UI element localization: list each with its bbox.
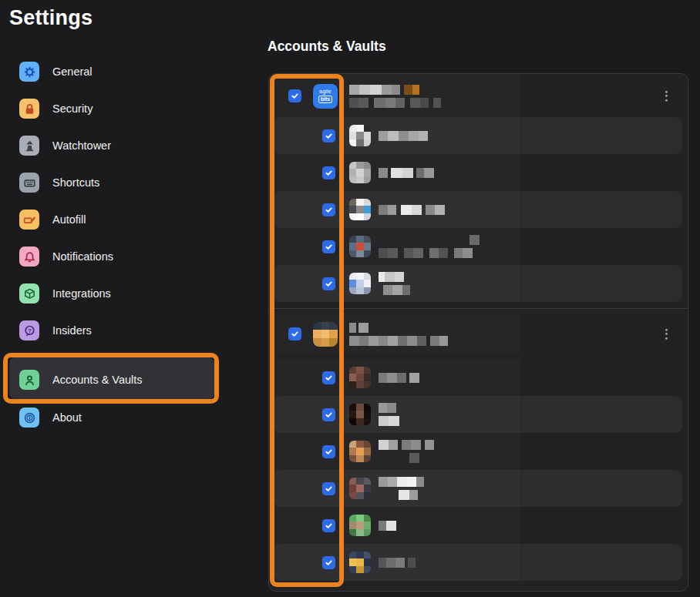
sidebar-item-watchtower[interactable]: Watchtower bbox=[9, 134, 214, 157]
account-avatar bbox=[313, 322, 338, 347]
account-avatar-agilebits-logo: agilebits bbox=[313, 84, 338, 109]
vault-row bbox=[269, 117, 688, 154]
vault-avatar bbox=[349, 441, 371, 462]
svg-text:?: ? bbox=[28, 327, 32, 334]
vault-checkbox[interactable] bbox=[322, 166, 335, 179]
vault-row bbox=[269, 544, 688, 581]
sidebar-item-label: Watchtower bbox=[52, 139, 111, 152]
package-icon bbox=[22, 287, 37, 301]
account-checkbox[interactable] bbox=[288, 89, 301, 102]
sidebar-nav: General Security Watchtower Shortcuts Au… bbox=[0, 0, 268, 597]
vault-checkbox[interactable] bbox=[322, 408, 335, 421]
group-divider bbox=[269, 308, 688, 309]
account-checkbox[interactable] bbox=[288, 327, 301, 340]
vault-checkbox[interactable] bbox=[322, 445, 335, 458]
bell-icon bbox=[22, 250, 37, 264]
vault-name-redacted bbox=[379, 403, 399, 426]
autofill-icon bbox=[22, 213, 37, 227]
sidebar-item-label: General bbox=[52, 65, 93, 78]
vault-row bbox=[269, 228, 688, 265]
vault-avatar bbox=[349, 199, 371, 220]
vault-avatar bbox=[349, 367, 371, 388]
vault-checkbox[interactable] bbox=[322, 482, 335, 495]
vault-row bbox=[269, 396, 688, 433]
vault-name-redacted bbox=[379, 477, 424, 500]
sidebar-item-label: Security bbox=[52, 102, 93, 115]
sidebar-item-label: Notifications bbox=[52, 250, 113, 263]
vault-name-redacted bbox=[379, 235, 480, 258]
info-rings-icon bbox=[22, 411, 37, 425]
redaction-band bbox=[274, 507, 520, 544]
keyboard-icon bbox=[22, 176, 37, 190]
gear-icon bbox=[22, 65, 37, 79]
vault-name-redacted bbox=[379, 440, 434, 463]
accounts-vaults-card: agilebits bbox=[268, 73, 688, 592]
sidebar-item-accounts-vaults[interactable]: Accounts & Vaults bbox=[9, 368, 214, 391]
vault-name-redacted bbox=[379, 558, 416, 568]
account-row: agilebits bbox=[269, 75, 688, 117]
sidebar-item-shortcuts[interactable]: Shortcuts bbox=[9, 171, 214, 194]
vault-name-redacted bbox=[379, 373, 419, 383]
sidebar-item-label: Autofill bbox=[52, 213, 86, 226]
vault-checkbox[interactable] bbox=[322, 240, 335, 253]
vault-name-redacted bbox=[379, 205, 445, 215]
vault-row bbox=[269, 191, 688, 228]
vault-avatar bbox=[349, 162, 371, 183]
sidebar-item-label: Shortcuts bbox=[52, 176, 99, 189]
vault-checkbox[interactable] bbox=[322, 129, 335, 143]
sidebar-item-label: About bbox=[52, 411, 82, 424]
account-name-redacted bbox=[349, 85, 441, 108]
vault-row bbox=[269, 470, 688, 507]
vault-checkbox[interactable] bbox=[322, 556, 335, 569]
kebab-menu-icon[interactable] bbox=[662, 325, 671, 343]
vault-avatar bbox=[349, 404, 371, 425]
sidebar-item-label: Accounts & Vaults bbox=[52, 374, 143, 386]
sidebar-item-label: Insiders bbox=[52, 324, 92, 337]
sidebar-item-general[interactable]: General bbox=[9, 60, 214, 83]
vault-avatar bbox=[349, 478, 371, 499]
account-name-redacted bbox=[349, 323, 448, 346]
account-row bbox=[269, 313, 688, 355]
sidebar-item-security[interactable]: Security bbox=[9, 97, 214, 120]
vault-row bbox=[269, 359, 688, 396]
vault-checkbox[interactable] bbox=[322, 519, 335, 532]
kebab-menu-icon[interactable] bbox=[662, 87, 671, 105]
sidebar-item-insiders[interactable]: ? Insiders bbox=[9, 319, 214, 342]
vault-row bbox=[269, 265, 688, 302]
sidebar-item-autofill[interactable]: Autofill bbox=[9, 208, 214, 231]
vault-avatar bbox=[349, 236, 371, 257]
vault-name-redacted bbox=[379, 521, 396, 531]
vault-avatar bbox=[349, 125, 371, 146]
vault-name-redacted bbox=[379, 272, 410, 295]
vault-avatar bbox=[349, 273, 371, 294]
chat-question-icon: ? bbox=[22, 324, 37, 338]
vault-name-redacted bbox=[379, 131, 428, 141]
vault-checkbox[interactable] bbox=[322, 277, 335, 290]
sidebar-item-notifications[interactable]: Notifications bbox=[9, 245, 214, 268]
sidebar-item-about[interactable]: About bbox=[9, 406, 214, 429]
section-title: Accounts & Vaults bbox=[268, 39, 386, 55]
vault-checkbox[interactable] bbox=[322, 371, 335, 384]
person-icon bbox=[22, 373, 37, 387]
vault-checkbox[interactable] bbox=[322, 203, 335, 216]
vault-row bbox=[269, 154, 688, 191]
vault-name-redacted bbox=[379, 168, 434, 178]
vault-avatar bbox=[349, 515, 371, 536]
tower-icon bbox=[22, 139, 37, 153]
vault-row bbox=[269, 507, 688, 544]
vault-row bbox=[269, 433, 688, 470]
vault-avatar bbox=[349, 552, 371, 573]
sidebar-item-integrations[interactable]: Integrations bbox=[9, 282, 214, 305]
lock-icon bbox=[22, 102, 37, 116]
sidebar-item-label: Integrations bbox=[52, 287, 111, 300]
